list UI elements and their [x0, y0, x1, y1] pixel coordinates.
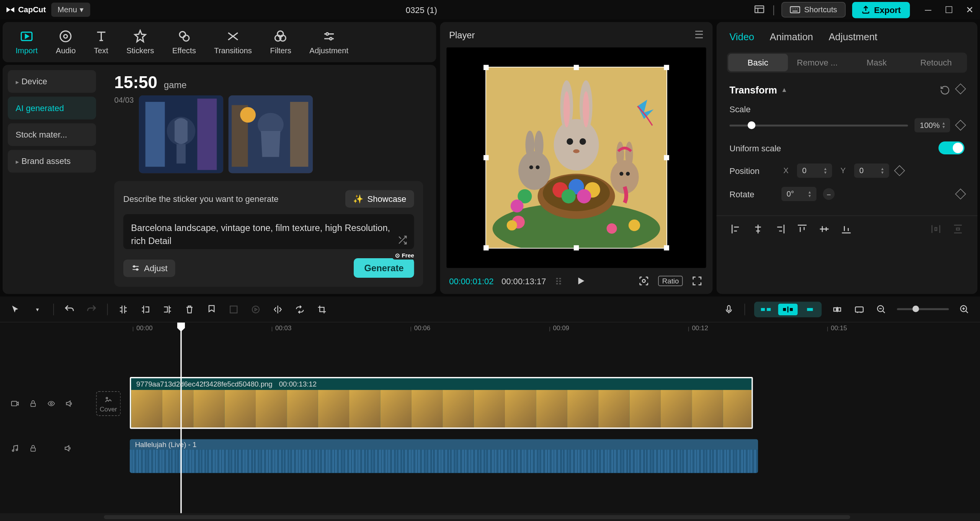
svg-point-52	[507, 220, 517, 231]
shuffle-icon[interactable]	[397, 235, 408, 245]
play-button[interactable]	[575, 274, 588, 287]
undo-button[interactable]	[63, 303, 76, 316]
track-mute-icon-2[interactable]	[62, 442, 74, 454]
chevron-down-icon: ▾	[80, 5, 83, 15]
tab-stickers[interactable]: Stickers	[117, 25, 163, 59]
position-keyframe[interactable]	[894, 165, 905, 176]
scale-keyframe[interactable]	[955, 120, 966, 131]
minimize-button[interactable]: ─	[923, 5, 933, 15]
sidebar-item-device[interactable]: ▸Device	[8, 70, 96, 93]
scale-value[interactable]: 100%▴▾	[915, 118, 950, 132]
tab-adjustment[interactable]: Adjustment	[301, 25, 358, 59]
tab-import[interactable]: Import	[7, 25, 47, 59]
split-button[interactable]	[117, 303, 130, 316]
trim-left-button[interactable]	[139, 303, 152, 316]
video-clip[interactable]: 9779aa713d2d6ec42f3428fe5cd50480.png 00:…	[130, 377, 753, 429]
rotate-keyframe[interactable]	[955, 188, 966, 200]
trim-right-button[interactable]	[161, 303, 174, 316]
snap-mode-3[interactable]	[800, 303, 820, 315]
track-lock-icon[interactable]	[27, 398, 39, 409]
timeline-ruler[interactable]: 00:00 00:03 00:06 00:09 00:12 00:15	[130, 323, 980, 337]
subtab-mask[interactable]: Mask	[847, 54, 906, 72]
canvas-selection[interactable]	[485, 67, 667, 248]
right-tab-adjustment[interactable]: Adjustment	[829, 31, 877, 42]
tab-effects[interactable]: Effects	[163, 25, 205, 59]
svg-rect-16	[176, 144, 186, 164]
align-bottom-icon[interactable]	[840, 223, 853, 236]
subtab-remove[interactable]: Remove ...	[787, 54, 847, 72]
align-center-h-icon[interactable]	[751, 223, 764, 236]
list-icon[interactable]	[554, 274, 567, 287]
prompt-input[interactable]	[123, 214, 414, 249]
align-right-icon[interactable]	[774, 223, 787, 236]
marker-button[interactable]	[205, 303, 218, 316]
menu-button[interactable]: Menu ▾	[51, 3, 90, 17]
rotate-dial[interactable]: –	[823, 188, 835, 200]
mirror-button[interactable]	[271, 303, 284, 316]
tab-text[interactable]: Text	[85, 25, 118, 59]
ratio-button[interactable]: Ratio	[658, 276, 683, 286]
tab-transitions[interactable]: Transitions	[205, 25, 261, 59]
rotate-value[interactable]: 0°▴▾	[781, 187, 817, 201]
maximize-button[interactable]: ☐	[944, 5, 954, 15]
shortcuts-button[interactable]: Shortcuts	[781, 2, 845, 18]
align-center-v-icon[interactable]	[818, 223, 831, 236]
snap-mode-2[interactable]	[778, 303, 798, 315]
cursor-dropdown[interactable]: ▾	[31, 303, 44, 316]
delete-button[interactable]	[183, 303, 196, 316]
rotate-button[interactable]	[293, 303, 306, 316]
align-top-icon[interactable]	[796, 223, 809, 236]
track-audio-icon[interactable]	[9, 442, 21, 454]
timeline-scrollbar[interactable]	[0, 513, 980, 521]
media-thumb-2[interactable]	[229, 95, 313, 173]
adjust-button[interactable]: Adjust	[123, 259, 175, 277]
tab-audio[interactable]: Audio	[47, 25, 85, 59]
snap-toggle-group	[754, 301, 822, 317]
export-button[interactable]: Export	[852, 2, 910, 18]
track-visible-icon[interactable]	[46, 398, 57, 409]
sidebar-item-brand[interactable]: ▸Brand assets	[8, 150, 96, 172]
scan-icon[interactable]	[637, 274, 650, 287]
showcase-button[interactable]: ✨Showcase	[345, 190, 414, 208]
position-y[interactable]: 0▴▾	[854, 164, 889, 178]
tab-filters[interactable]: Filters	[261, 25, 301, 59]
generate-button[interactable]: ⊙ Free Generate	[354, 258, 414, 278]
redo-button[interactable]	[85, 303, 98, 316]
player-menu-icon[interactable]: ☰	[694, 29, 704, 41]
transform-header[interactable]: Transform ▲	[730, 84, 965, 95]
tool-c[interactable]	[831, 303, 844, 316]
svg-point-38	[567, 138, 573, 145]
media-thumb-1[interactable]	[139, 95, 223, 173]
mic-button[interactable]	[722, 303, 735, 316]
svg-rect-69	[783, 308, 786, 311]
position-x[interactable]: 0▴▾	[797, 164, 832, 178]
reset-icon[interactable]	[940, 85, 950, 95]
audio-clip[interactable]: Hallelujah (Live) - 1	[130, 439, 758, 473]
zoom-out-button[interactable]	[875, 303, 888, 316]
close-button[interactable]: ✕	[964, 5, 975, 15]
zoom-in-button[interactable]	[958, 303, 971, 316]
cursor-tool[interactable]	[9, 303, 22, 316]
tool-d[interactable]	[853, 303, 866, 316]
crop-button[interactable]	[315, 303, 328, 316]
zoom-slider[interactable]	[897, 308, 949, 310]
player-canvas[interactable]	[446, 48, 706, 268]
playhead[interactable]	[180, 323, 181, 513]
align-left-icon[interactable]	[730, 223, 743, 236]
uniform-toggle[interactable]	[938, 141, 964, 154]
keyframe-diamond-icon[interactable]	[955, 83, 966, 94]
track-video-icon[interactable]	[9, 398, 21, 409]
snap-mode-1[interactable]	[756, 303, 776, 315]
track-mute-icon[interactable]	[64, 398, 75, 409]
right-tab-video[interactable]: Video	[730, 31, 755, 42]
track-lock-icon-2[interactable]	[27, 442, 39, 454]
sidebar-item-stock[interactable]: Stock mater...	[8, 123, 96, 146]
subtab-retouch[interactable]: Retouch	[906, 54, 966, 72]
fullscreen-icon[interactable]	[691, 274, 704, 287]
subtab-basic[interactable]: Basic	[728, 54, 787, 72]
cover-button[interactable]: Cover	[96, 391, 121, 416]
layout-icon[interactable]	[753, 3, 766, 16]
sidebar-item-ai-generated[interactable]: AI generated	[8, 97, 96, 119]
scale-slider[interactable]	[730, 124, 908, 126]
right-tab-animation[interactable]: Animation	[770, 31, 813, 42]
